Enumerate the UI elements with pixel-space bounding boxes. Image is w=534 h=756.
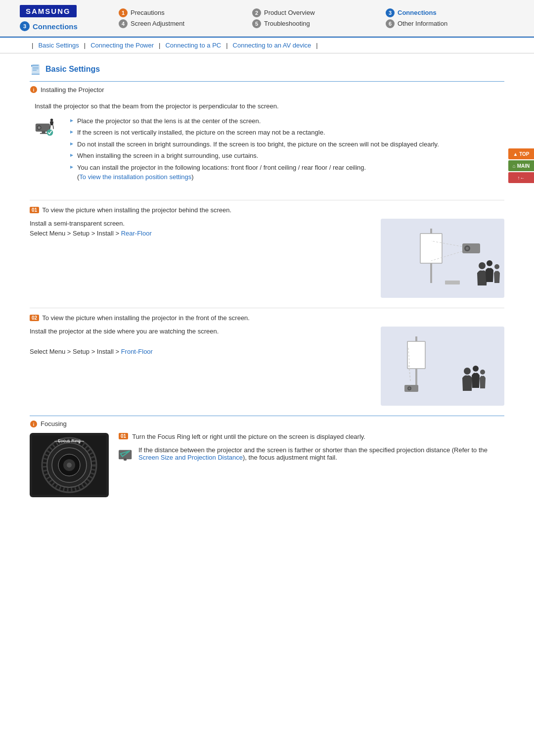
svg-text:Focus Ring: Focus Ring — [58, 438, 81, 443]
focusing-content-row: Focus Ring 01 Turn the Focus Ring left o… — [30, 433, 504, 497]
installing-section: i Installing the Projector Install the p… — [30, 81, 504, 406]
focusing-note-row: If the distance between the projector an… — [119, 446, 504, 461]
screen-size-link[interactable]: Screen Size and Projection Distance — [138, 454, 243, 461]
focusing-icon: i — [30, 420, 38, 428]
nav-item-other-information[interactable]: 6 Other Information — [386, 19, 504, 28]
step-01-section: 01 To view the picture when installing t… — [30, 206, 504, 298]
breadcrumb-basic-settings[interactable]: Basic Settings — [38, 42, 79, 49]
svg-rect-7 — [40, 133, 47, 134]
focus-ring-svg: Focus Ring — [32, 435, 106, 495]
breadcrumb-connecting-power[interactable]: Connecting the Power — [90, 42, 154, 49]
nav-num-5: 5 — [252, 19, 261, 28]
nav-label-other-information: Other Information — [398, 20, 447, 27]
nav-label-precautions: Precautions — [131, 9, 165, 16]
installing-icon: i — [30, 86, 38, 94]
sep1: | — [84, 42, 86, 49]
rear-projection-svg — [381, 219, 504, 298]
svg-rect-24 — [407, 341, 425, 369]
breadcrumb-sep-start: | — [32, 42, 33, 49]
svg-text:i: i — [33, 88, 35, 93]
section-label: Connections — [33, 22, 78, 31]
step-01-title: To view the picture when installing the … — [42, 206, 231, 214]
nav-num-3: 3 — [386, 8, 395, 17]
rear-floor-link[interactable]: Rear-Floor — [121, 230, 152, 237]
nav-item-product-overview[interactable]: 2 Product Overview — [252, 8, 371, 17]
focusing-main-text: Turn the Focus Ring left or right until … — [132, 433, 365, 440]
focusing-section: i Focusing Focus Ring — [30, 416, 504, 497]
svg-text:i: i — [33, 422, 35, 427]
svg-point-18 — [479, 262, 486, 269]
nav-item-screen-adjustment[interactable]: 4 Screen Adjustment — [119, 19, 237, 28]
focusing-note-text: If the distance between the projector an… — [138, 446, 504, 461]
page-title-wrap: Basic Settings — [30, 63, 504, 75]
svg-point-31 — [473, 366, 479, 372]
breadcrumb-connecting-pc[interactable]: Connecting to a PC — [165, 42, 221, 49]
svg-point-29 — [408, 387, 410, 389]
focus-ring-image: Focus Ring — [30, 433, 109, 497]
step-02-select-text: Select Menu > Setup > Install > Front-Fl… — [30, 347, 371, 357]
front-floor-link[interactable]: Front-Floor — [121, 348, 153, 355]
section-badge-row: 3 Connections — [20, 21, 78, 31]
check-icon — [119, 446, 134, 461]
svg-point-20 — [494, 264, 499, 269]
bullet-item-1: Place the projector so that the lens is … — [70, 116, 439, 126]
svg-rect-12 — [420, 234, 442, 263]
svg-point-5 — [38, 126, 40, 129]
nav-num-4: 4 — [119, 19, 128, 28]
breadcrumb-connecting-av[interactable]: Connecting to an AV device — [233, 42, 312, 49]
svg-rect-22 — [381, 327, 504, 406]
install-check-row: Place the projector so that the lens is … — [35, 116, 499, 186]
step-01-content: Install a semi-transparent screen. Selec… — [30, 219, 504, 298]
install-bullets-container: Place the projector so that the lens is … — [60, 116, 439, 186]
svg-point-19 — [487, 260, 492, 266]
step-01-text: Install a semi-transparent screen. Selec… — [30, 219, 371, 298]
nav-label-connections: Connections — [398, 9, 437, 16]
svg-point-17 — [466, 247, 469, 250]
nav-item-connections[interactable]: 3 Connections — [386, 8, 504, 17]
step-02-header: 02 To view the picture when installing t… — [30, 314, 504, 322]
section-number-badge: 3 — [20, 21, 30, 31]
nav-grid: 1 Precautions 2 Product Overview 3 Conne… — [119, 8, 504, 28]
step-01-install-text: Install a semi-transparent screen. — [30, 219, 371, 229]
nav-label-product-overview: Product Overview — [264, 9, 315, 16]
nav-item-troubleshooting[interactable]: 5 Troubleshooting — [252, 19, 371, 28]
sep4: | — [316, 42, 317, 49]
install-bullet-list: Place the projector so that the lens is … — [70, 116, 439, 182]
bullet-item-2: If the screen is not vertically installe… — [70, 128, 439, 138]
page-title: Basic Settings — [45, 65, 100, 74]
bullet-item-3: Do not install the screen in bright surr… — [70, 140, 439, 149]
focusing-header: i Focusing — [30, 420, 504, 428]
svg-point-9 — [50, 118, 53, 121]
nav-num-2: 2 — [252, 8, 261, 17]
breadcrumb-bar: | Basic Settings | Connecting the Power … — [0, 37, 534, 53]
step-01-image — [381, 219, 504, 298]
nav-num-1: 1 — [119, 8, 128, 17]
step-02-title: To view the picture when installing the … — [42, 314, 250, 322]
header-left: SAMSUNG 3 Connections — [20, 5, 99, 31]
nav-label-troubleshooting: Troubleshooting — [264, 20, 310, 27]
step-01-header: 01 To view the picture when installing t… — [30, 206, 504, 214]
front-projection-svg — [381, 327, 504, 406]
svg-point-30 — [464, 368, 471, 375]
nav-item-precautions[interactable]: 1 Precautions — [119, 8, 237, 17]
bullet-item-4: When installing the screen in a bright s… — [70, 151, 439, 161]
focusing-text-content: 01 Turn the Focus Ring left or right unt… — [119, 433, 504, 497]
installing-title: Installing the Projector — [41, 86, 104, 94]
installing-intro-text: Install the projector so that the beam f… — [35, 101, 499, 111]
step-02-install-text: Install the projector at the side where … — [30, 327, 371, 337]
step-02-section: 02 To view the picture when installing t… — [30, 314, 504, 406]
step-02-badge: 02 — [30, 315, 39, 321]
main-content: Basic Settings i Installing the Projecto… — [0, 53, 534, 520]
sep2: | — [159, 42, 160, 49]
step-02-image — [381, 327, 504, 406]
svg-rect-21 — [445, 281, 460, 284]
nav-label-screen-adjustment: Screen Adjustment — [131, 20, 184, 27]
focusing-step-row: 01 Turn the Focus Ring left or right unt… — [119, 433, 504, 440]
projector-check-icon — [35, 117, 54, 137]
installation-position-link[interactable]: To view the installation position settin… — [79, 173, 191, 181]
focusing-step-badge: 01 — [119, 433, 128, 439]
svg-point-32 — [480, 370, 485, 375]
step-01-select-text: Select Menu > Setup > Install > Rear-Flo… — [30, 229, 371, 239]
divider-2 — [30, 308, 504, 308]
step-02-text: Install the projector at the side where … — [30, 327, 371, 406]
